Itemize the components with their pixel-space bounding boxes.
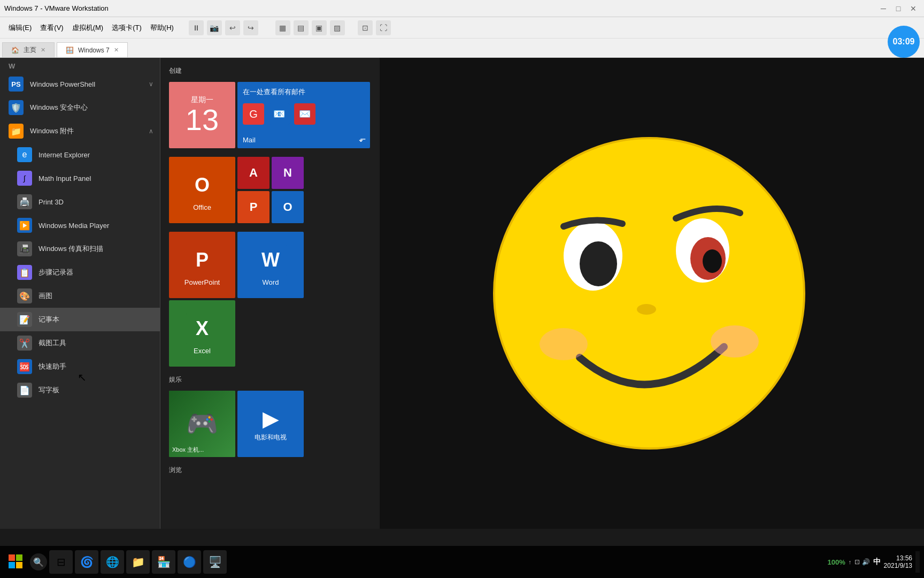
view-btn3[interactable]: ▣ (312, 20, 327, 35)
revert-button[interactable]: ↪ (243, 20, 258, 35)
app-steps[interactable]: 📋 步骤记录器 (0, 261, 160, 284)
tile-access[interactable]: A (237, 157, 270, 189)
mail-label: Mail (243, 136, 256, 144)
menu-tab[interactable]: 选项卡(T) (107, 21, 146, 35)
emoji-face (489, 133, 810, 454)
taskbar-store[interactable]: 🏪 (152, 550, 175, 574)
view-btn4[interactable]: ▨ (330, 20, 345, 35)
taskbar-cortana[interactable]: 🌀 (75, 550, 98, 574)
menu-edit[interactable]: 编辑(E) (4, 21, 36, 35)
app-paint[interactable]: 🎨 画图 (0, 284, 160, 308)
app-ie[interactable]: e Internet Explorer (0, 143, 160, 166)
tab-windows7-close[interactable]: ✕ (114, 47, 119, 54)
app-steps-label: 步骤记录器 (38, 268, 73, 277)
create-tiles-grid: 星期一 13 在一处查看所有邮件 G 📧 ✉️ Mail ⬐ (169, 82, 371, 148)
app-security-icon: 🛡️ (9, 100, 24, 115)
app-snipping-label: 截图工具 (38, 338, 66, 348)
app-quick-assist-label: 快速助手 (38, 362, 66, 371)
app-accessories-icon: 📁 (9, 124, 24, 139)
maximize-button[interactable]: □ (892, 2, 905, 15)
taskbar-taskview[interactable]: ⊟ (49, 550, 73, 574)
app-print3d[interactable]: 🖨️ Print 3D (0, 190, 160, 214)
app-quick-assist-icon: 🆘 (17, 359, 32, 374)
app-math-input-label: Math Input Panel (38, 174, 91, 182)
menu-help[interactable]: 帮助(H) (146, 21, 178, 35)
tab-home[interactable]: 🏠 主页 ✕ (2, 42, 55, 57)
taskbar-clock: 13:56 2021/9/13 (884, 554, 912, 569)
office-tiles-grid: O Office A N P (169, 157, 371, 223)
tile-word[interactable]: W Word (237, 232, 304, 298)
tile-onenote[interactable]: N (272, 157, 304, 189)
app-print3d-icon: 🖨️ (17, 194, 32, 209)
app-paint-label: 画图 (38, 291, 52, 301)
clock-time: 13:56 (884, 554, 912, 562)
app-notepad[interactable]: 📝 记事本 (0, 308, 160, 331)
taskbar-search-button[interactable]: 🔍 (30, 553, 47, 571)
vmware-window-controls: ─ □ ✕ (877, 2, 920, 15)
app-math-input-icon: ∫ (17, 171, 32, 186)
movies-icon: ▶ (263, 406, 279, 431)
view-btn1[interactable]: ▦ (275, 20, 290, 35)
menu-view[interactable]: 查看(V) (36, 21, 67, 35)
tray-icons: ⊡ 🔊 (854, 558, 869, 566)
app-snipping[interactable]: ✂️ 截图工具 (0, 331, 160, 355)
fullscreen-btn[interactable]: ⛶ (376, 20, 391, 35)
tab-home-label: 主页 (24, 45, 36, 55)
app-security[interactable]: 🛡️ Windows 安全中心 (0, 96, 160, 119)
tile-outlook-small[interactable]: O (272, 191, 304, 223)
app-wordpad[interactable]: 📄 写字板 (0, 378, 160, 402)
taskbar-start-button[interactable] (4, 550, 28, 574)
taskbar-edge[interactable]: 🌐 (101, 550, 124, 574)
show-desktop-button[interactable] (915, 551, 920, 573)
pause-button[interactable]: ⏸ (189, 20, 204, 35)
tile-calendar[interactable]: 星期一 13 (169, 82, 235, 148)
menu-vm[interactable]: 虚拟机(M) (68, 21, 108, 35)
app-media-player-icon: ▶️ (17, 218, 32, 233)
accessories-expand-arrow: ∧ (149, 127, 153, 135)
tile-excel[interactable]: X Excel (169, 300, 235, 367)
app-math-input[interactable]: ∫ Math Input Panel (0, 166, 160, 190)
close-button[interactable]: ✕ (907, 2, 920, 15)
taskbar-explorer[interactable]: 📁 (126, 550, 150, 574)
svg-rect-12 (16, 562, 22, 568)
app-powershell-icon: PS (9, 77, 24, 92)
taskbar-vmware[interactable]: 🖥️ (203, 550, 227, 574)
arrow-up-icon: ↑ (849, 559, 852, 565)
app-powershell[interactable]: PS Windows PowerShell ∨ (0, 72, 160, 96)
tile-xbox[interactable]: 🎮 Xbox 主机... (169, 391, 235, 457)
google-icon: G (243, 103, 264, 125)
fit-btn[interactable]: ⊡ (358, 20, 373, 35)
app-quick-assist[interactable]: 🆘 快速助手 (0, 355, 160, 378)
powershell-expand-arrow: ∨ (149, 80, 153, 88)
app-accessories[interactable]: 📁 Windows 附件 ∧ (0, 119, 160, 143)
svg-point-8 (540, 328, 588, 360)
tile-movies[interactable]: ▶ 电影和电视 (237, 391, 304, 457)
tile-office[interactable]: O Office (169, 157, 235, 223)
app-wordpad-icon: 📄 (17, 383, 32, 398)
tile-powerpoint[interactable]: P PowerPoint (169, 232, 235, 298)
app-fax[interactable]: 📠 Windows 传真和扫描 (0, 237, 160, 261)
powerpoint-icon: P (186, 244, 218, 276)
snapshot-button[interactable]: 📷 (207, 20, 222, 35)
input-lang-indicator[interactable]: 中 (873, 557, 881, 567)
scroll-padding (0, 402, 160, 509)
restore-button[interactable]: ↩ (225, 20, 240, 35)
app-wordpad-label: 写字板 (38, 385, 59, 395)
svg-point-7 (711, 325, 759, 358)
system-tray: 100% ↑ ⊡ 🔊 中 13:56 2021/9/13 (828, 551, 920, 573)
xbox-label: Xbox 主机... (172, 446, 204, 454)
vmware-titlebar: Windows 7 - VMware Workstation ─ □ ✕ (0, 0, 924, 17)
vm-desktop-bg (374, 58, 924, 529)
app-media-player[interactable]: ▶️ Windows Media Player (0, 214, 160, 237)
excel-icon: X (186, 313, 218, 345)
section-w: W (0, 58, 160, 72)
tab-windows7[interactable]: 🪟 Windows 7 ✕ (57, 42, 128, 57)
minimize-button[interactable]: ─ (877, 2, 890, 15)
tile-powerpoint-small[interactable]: P (237, 191, 270, 223)
tab-home-close[interactable]: ✕ (41, 47, 45, 54)
taskbar-ie[interactable]: 🔵 (178, 550, 201, 574)
app-accessories-label: Windows 附件 (30, 126, 74, 136)
app-powershell-label: Windows PowerShell (30, 80, 95, 88)
tile-mail[interactable]: 在一处查看所有邮件 G 📧 ✉️ Mail ⬐ (237, 82, 370, 148)
view-btn2[interactable]: ▤ (294, 20, 309, 35)
